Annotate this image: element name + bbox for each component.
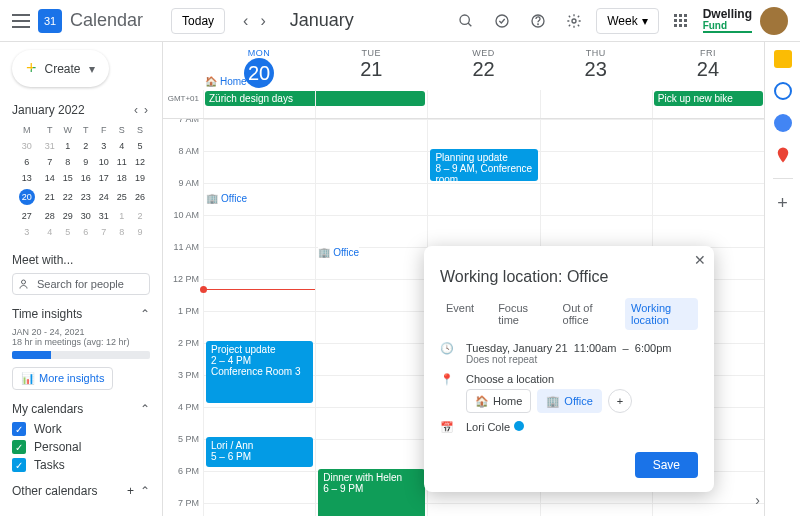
popup-cal-name[interactable]: Lori Cole [466, 421, 510, 433]
mini-day[interactable]: 25 [114, 187, 130, 207]
search-people-input[interactable]: Search for people [12, 273, 150, 295]
avatar[interactable] [760, 7, 788, 35]
day-header-col[interactable]: TUE21 [315, 42, 427, 90]
today-button[interactable]: Today [171, 8, 225, 34]
mini-day[interactable]: 12 [132, 155, 148, 169]
mini-day[interactable]: 30 [78, 209, 94, 223]
search-icon[interactable] [452, 7, 480, 35]
menu-icon[interactable] [12, 12, 30, 30]
contacts-icon[interactable] [774, 114, 792, 132]
mini-day[interactable]: 10 [96, 155, 112, 169]
mini-day[interactable]: 3 [96, 139, 112, 153]
close-button[interactable]: ✕ [694, 252, 706, 268]
mini-day[interactable]: 27 [14, 209, 40, 223]
working-location-office[interactable]: 🏢 Office [206, 193, 247, 204]
day-header-col[interactable]: WED22 [427, 42, 539, 90]
cal-personal[interactable]: ✓Personal [12, 440, 150, 454]
mini-day[interactable]: 9 [78, 155, 94, 169]
mini-day[interactable]: 4 [114, 139, 130, 153]
mini-day[interactable]: 6 [14, 155, 40, 169]
mini-day[interactable]: 3 [14, 225, 40, 239]
mini-day[interactable]: 2 [132, 209, 148, 223]
mini-day[interactable]: 6 [78, 225, 94, 239]
add-icon[interactable]: + [127, 484, 134, 498]
mini-day[interactable]: 11 [114, 155, 130, 169]
working-location-office[interactable]: 🏢 Office [318, 247, 359, 258]
location-add-button[interactable]: + [608, 389, 632, 413]
my-calendars-title[interactable]: My calendars⌃ [12, 402, 150, 416]
mini-day[interactable]: 24 [96, 187, 112, 207]
popup-start[interactable]: 11:00am [574, 342, 617, 354]
mini-next[interactable]: › [142, 103, 150, 117]
mini-day[interactable]: 18 [114, 171, 130, 185]
save-button[interactable]: Save [635, 452, 698, 478]
mini-day[interactable]: 8 [60, 155, 76, 169]
tab-working-location[interactable]: Working location [625, 298, 698, 330]
popup-date[interactable]: Tuesday, January 21 [466, 342, 568, 354]
day-mon[interactable]: 🏢 Office Project update2 – 4 PMConferenc… [203, 119, 315, 516]
add-panel-icon[interactable]: + [774, 193, 792, 211]
keep-icon[interactable] [774, 50, 792, 68]
mini-day[interactable]: 23 [78, 187, 94, 207]
event-project[interactable]: Project update2 – 4 PMConference Room 3 [206, 341, 313, 403]
mini-day[interactable]: 1 [60, 139, 76, 153]
mini-day[interactable]: 17 [96, 171, 112, 185]
day-tue[interactable]: 🏢 Office Dinner with Helen6 – 9 PM [315, 119, 427, 516]
tab-focus[interactable]: Focus time [492, 298, 544, 330]
mini-day[interactable]: 30 [14, 139, 40, 153]
mini-day[interactable]: 5 [132, 139, 148, 153]
day-header-col[interactable]: FRI24 [652, 42, 764, 90]
mini-day[interactable]: 29 [60, 209, 76, 223]
mini-day[interactable]: 15 [60, 171, 76, 185]
mini-day[interactable]: 31 [42, 139, 58, 153]
other-calendars-title[interactable]: Other calendars+⌃ [12, 484, 150, 498]
time-insights-title[interactable]: Time insights⌃ [12, 307, 150, 321]
mini-day[interactable]: 28 [42, 209, 58, 223]
mini-day[interactable]: 21 [42, 187, 58, 207]
event-bike[interactable]: Pick up new bike [654, 91, 763, 106]
mini-day[interactable]: 26 [132, 187, 148, 207]
help-icon[interactable] [524, 7, 552, 35]
view-selector[interactable]: Week ▾ [596, 8, 658, 34]
next-button[interactable]: › [256, 10, 269, 32]
create-button[interactable]: + Create ▾ [12, 50, 109, 87]
mini-day[interactable]: 7 [42, 155, 58, 169]
mini-day[interactable]: 8 [114, 225, 130, 239]
mini-day[interactable]: 19 [132, 171, 148, 185]
more-insights-button[interactable]: 📊More insights [12, 367, 113, 390]
apps-icon[interactable] [667, 7, 695, 35]
settings-icon[interactable] [560, 7, 588, 35]
collapse-panel-button[interactable]: › [755, 492, 760, 508]
tab-ooo[interactable]: Out of office [557, 298, 613, 330]
mini-prev[interactable]: ‹ [132, 103, 140, 117]
event-lori[interactable]: Lori / Ann5 – 6 PM [206, 437, 313, 467]
tasks-panel-icon[interactable] [774, 82, 792, 100]
mini-day[interactable]: 4 [42, 225, 58, 239]
popup-end[interactable]: 6:00pm [635, 342, 672, 354]
mini-day[interactable]: 20 [14, 187, 40, 207]
event-dinner[interactable]: Dinner with Helen6 – 9 PM [318, 469, 425, 516]
prev-button[interactable]: ‹ [239, 10, 252, 32]
mini-day[interactable]: 16 [78, 171, 94, 185]
tasks-icon[interactable] [488, 7, 516, 35]
mini-calendar-header: January 2022 ‹› [12, 103, 150, 117]
calendar-main: MON20TUE21WED22THU23FRI24 🏠 Home GMT+01 … [162, 42, 764, 516]
day-header-col[interactable]: THU23 [540, 42, 652, 90]
mini-day[interactable]: 22 [60, 187, 76, 207]
event-planning[interactable]: Planning update8 – 9 AM, Conference room [430, 149, 537, 181]
location-home-button[interactable]: 🏠 Home [466, 389, 531, 413]
mini-day[interactable]: 31 [96, 209, 112, 223]
mini-day[interactable]: 9 [132, 225, 148, 239]
cal-tasks[interactable]: ✓Tasks [12, 458, 150, 472]
mini-day[interactable]: 7 [96, 225, 112, 239]
cal-work[interactable]: ✓Work [12, 422, 150, 436]
tab-event[interactable]: Event [440, 298, 480, 330]
home-location-chip[interactable]: 🏠 Home [205, 76, 247, 87]
location-office-button[interactable]: 🏢 Office [537, 389, 602, 413]
mini-day[interactable]: 13 [14, 171, 40, 185]
maps-icon[interactable] [774, 146, 792, 164]
mini-day[interactable]: 2 [78, 139, 94, 153]
mini-day[interactable]: 5 [60, 225, 76, 239]
mini-day[interactable]: 14 [42, 171, 58, 185]
mini-day[interactable]: 1 [114, 209, 130, 223]
